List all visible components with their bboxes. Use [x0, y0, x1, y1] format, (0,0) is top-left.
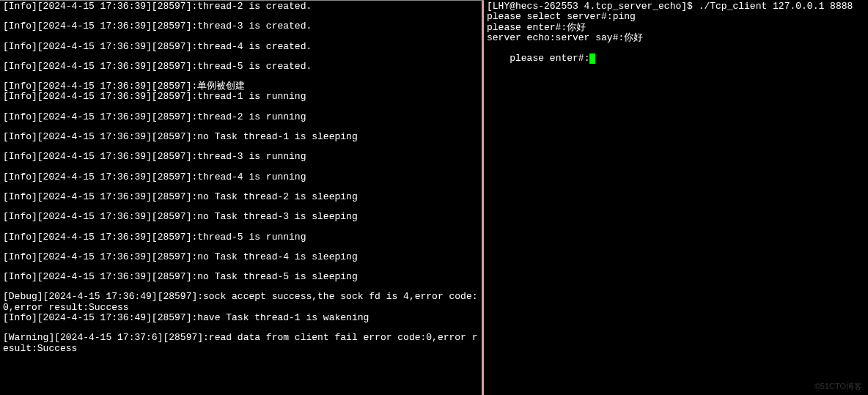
shell-prompt-line: [LHY@hecs-262553 4.tcp_server_echo]$ ./T…	[487, 1, 865, 12]
log-line: [Info][2024-4-15 17:36:39][28597]:no Tas…	[3, 132, 479, 142]
log-line: [Info][2024-4-15 17:36:39][28597]:no Tas…	[3, 212, 479, 222]
left-log-container: [Info][2024-4-15 17:36:39][28597]:thread…	[3, 1, 479, 354]
watermark-text: ©51CTO博客	[814, 382, 862, 391]
log-line: [Info][2024-4-15 17:36:39][28597]:单例被创建	[3, 81, 479, 92]
log-line: [Info][2024-4-15 17:36:39][28597]:thread…	[3, 1, 479, 12]
terminal-input-prompt: please enter#:	[510, 53, 589, 64]
log-line: [Info][2024-4-15 17:36:39][28597]:no Tas…	[3, 192, 479, 202]
terminal-output-line: please select server#:ping	[487, 12, 865, 22]
log-line: [Warning][2024-4-15 17:37:6][28597]:read…	[3, 333, 479, 354]
log-line: [Info][2024-4-15 17:36:39][28597]:thread…	[3, 92, 479, 102]
log-line: [Info][2024-4-15 17:36:39][28597]:thread…	[3, 152, 479, 162]
terminal-output-line: server echo:server say#:你好	[487, 33, 865, 43]
log-line: [Info][2024-4-15 17:36:39][28597]:thread…	[3, 112, 479, 122]
log-line: [Info][2024-4-15 17:36:39][28597]:thread…	[3, 232, 479, 243]
log-line: [Info][2024-4-15 17:36:39][28597]:thread…	[3, 42, 479, 52]
log-line: [Debug][2024-4-15 17:36:49][28597]:sock …	[3, 292, 479, 313]
log-line: [Info][2024-4-15 17:36:39][28597]:thread…	[3, 172, 479, 182]
cursor-icon	[589, 53, 595, 64]
log-line: [Info][2024-4-15 17:36:39][28597]:thread…	[3, 62, 479, 72]
log-line: [Info][2024-4-15 17:36:39][28597]:no Tas…	[3, 272, 479, 282]
terminal-output-line: please enter#:你好	[487, 23, 865, 33]
terminal-input-line[interactable]: please enter#:	[487, 43, 865, 75]
left-terminal-pane[interactable]: [Info][2024-4-15 17:36:39][28597]:thread…	[0, 0, 482, 395]
log-line: [Info][2024-4-15 17:36:39][28597]:no Tas…	[3, 252, 479, 262]
log-line: [Info][2024-4-15 17:36:49][28597]:have T…	[3, 313, 479, 323]
right-terminal-pane[interactable]: [LHY@hecs-262553 4.tcp_server_echo]$ ./T…	[484, 0, 868, 395]
log-line: [Info][2024-4-15 17:36:39][28597]:thread…	[3, 21, 479, 32]
